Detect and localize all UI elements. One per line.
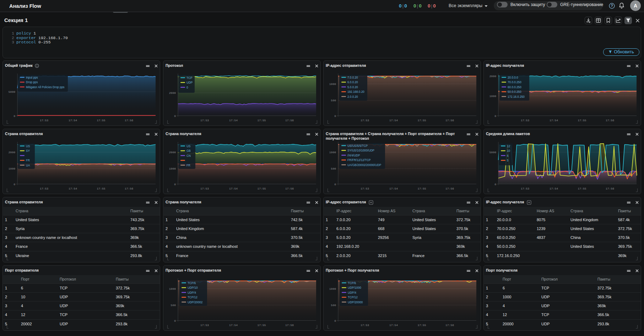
svg-text:50.0.0.250: 50.0.0.250: [508, 90, 521, 94]
svg-text:192.168.0.20: 192.168.0.20: [347, 90, 364, 94]
svg-text:17:53: 17:53: [361, 324, 369, 327]
svg-text:17:55: 17:55: [578, 187, 586, 190]
svg-text:17:53: 17:53: [200, 119, 209, 122]
svg-text:GB: GB: [186, 149, 191, 153]
svg-text:US: US: [26, 145, 30, 148]
svg-text:17:56: 17:56: [445, 324, 454, 327]
svg-text:1000: 1000: [489, 95, 496, 98]
svg-text:5.0.0.20: 5.0.0.20: [347, 86, 358, 89]
svg-text:FR: FR: [186, 164, 190, 167]
svg-text:US: US: [186, 145, 191, 148]
svg-text://4/4/UDP: //4/4/UDP: [347, 154, 360, 157]
svg-text:0: 0: [174, 319, 176, 322]
svg-text:17:56: 17:56: [285, 324, 294, 327]
svg-text:17:54: 17:54: [229, 119, 238, 122]
svg-text:17:53: 17:53: [40, 119, 48, 122]
svg-text:SY/US/10/1000/UDP: SY/US/10/1000/UDP: [347, 149, 375, 152]
svg-text:7.0.0.20: 7.0.0.20: [347, 76, 358, 79]
svg-text:0: 0: [174, 183, 176, 186]
svg-text:0: 0: [494, 183, 496, 186]
svg-text:500: 500: [331, 167, 336, 170]
svg-text:6.0.0.20: 6.0.0.20: [347, 81, 358, 84]
svg-text:17:56: 17:56: [285, 119, 294, 122]
svg-text:17:55: 17:55: [578, 119, 586, 122]
svg-text:17:54: 17:54: [229, 187, 238, 190]
svg-text:5000: 5000: [489, 151, 496, 154]
svg-text:17:55: 17:55: [97, 119, 105, 122]
svg-text:17:54: 17:54: [550, 187, 558, 190]
svg-text:0: 0: [13, 114, 15, 118]
svg-text:10: 10: [507, 149, 510, 153]
svg-text:17:54: 17:54: [69, 187, 77, 190]
svg-text:0: 0: [494, 114, 496, 118]
svg-text:17:54: 17:54: [389, 119, 398, 122]
svg-text:17:55: 17:55: [417, 187, 426, 190]
svg-text:17:55: 17:55: [257, 119, 266, 122]
svg-text:20.0.0.0: 20.0.0.0: [508, 76, 518, 79]
svg-text:17:55: 17:55: [257, 187, 266, 190]
svg-text:5000: 5000: [9, 90, 15, 94]
svg-text:17:56: 17:56: [445, 119, 454, 122]
svg-text:UDP/4: UDP/4: [348, 291, 357, 294]
svg-text:17:56: 17:56: [125, 119, 133, 122]
svg-text:17:55: 17:55: [97, 187, 105, 190]
svg-text:172.16.0.250: 172.16.0.250: [508, 95, 525, 98]
svg-text:UDP: UDP: [186, 81, 193, 84]
svg-text:2000: 2000: [9, 151, 15, 154]
svg-text:1000: 1000: [329, 151, 336, 154]
svg-text:UA/GB/20002/20000/UDP: UA/GB/20002/20000/UDP: [347, 164, 381, 167]
svg-text:2000: 2000: [489, 75, 496, 78]
svg-text:SY: SY: [26, 149, 30, 153]
svg-text:UA: UA: [26, 164, 30, 167]
svg-text:17:55: 17:55: [417, 119, 426, 122]
svg-text:TCP/6: TCP/6: [188, 282, 196, 285]
svg-text:0: 0: [186, 86, 188, 89]
svg-text:US/US/6/6/TCP: US/US/6/6/TCP: [347, 144, 368, 148]
svg-text:12: 12: [507, 145, 510, 148]
svg-text:5: 5: [507, 159, 509, 162]
svg-text:FR: FR: [26, 159, 30, 162]
svg-text:17:53: 17:53: [40, 187, 48, 190]
svg-text:17:53: 17:53: [521, 119, 529, 122]
svg-text:Drop pps: Drop pps: [26, 81, 38, 84]
svg-text:2000: 2000: [169, 151, 176, 154]
svg-text:TCP/12: TCP/12: [188, 296, 197, 299]
svg-text:2000: 2000: [169, 91, 176, 95]
svg-text:0: 0: [334, 319, 336, 322]
svg-text:17:56: 17:56: [125, 187, 133, 190]
svg-text:60.0.0.250: 60.0.0.250: [508, 86, 521, 89]
svg-text:1000: 1000: [329, 82, 336, 86]
svg-text:17:53: 17:53: [200, 324, 209, 327]
svg-text:17:55: 17:55: [257, 324, 266, 327]
svg-text:TCP: TCP: [186, 76, 193, 80]
svg-text:UDP/1000: UDP/1000: [348, 286, 361, 289]
svg-text:17:53: 17:53: [521, 187, 529, 190]
svg-text:UDP/10: UDP/10: [188, 286, 198, 289]
svg-text:Mitigator All Policies Drop pp: Mitigator All Policies Drop pps: [26, 86, 64, 89]
svg-text:500: 500: [171, 304, 176, 307]
svg-text:17:54: 17:54: [69, 119, 77, 122]
svg-text:17:56: 17:56: [285, 187, 294, 190]
svg-text:TCP/12: TCP/12: [348, 296, 358, 299]
svg-text:1000: 1000: [169, 287, 176, 290]
svg-text:17:53: 17:53: [361, 119, 369, 122]
svg-text:FR/FR/12/12/TCP: FR/FR/12/12/TCP: [347, 159, 371, 162]
svg-text:70.0.0.250: 70.0.0.250: [508, 81, 521, 84]
svg-text:Input pps: Input pps: [26, 76, 38, 79]
svg-text:0: 0: [334, 114, 336, 118]
svg-text:2.0.0.20: 2.0.0.20: [347, 95, 358, 98]
svg-text:0: 0: [13, 183, 15, 186]
svg-text:500: 500: [331, 99, 336, 102]
svg-text:17:53: 17:53: [200, 187, 209, 190]
svg-text:17:54: 17:54: [229, 324, 238, 327]
svg-text:TCP/6: TCP/6: [348, 282, 356, 285]
svg-text:17:54: 17:54: [389, 187, 398, 190]
svg-text:UDP/20002: UDP/20002: [188, 301, 203, 304]
svg-text:17:56: 17:56: [445, 187, 454, 190]
svg-text:17:54: 17:54: [550, 119, 558, 122]
svg-text:17:54: 17:54: [389, 324, 398, 327]
svg-text:1000: 1000: [9, 167, 15, 170]
svg-text:17:56: 17:56: [606, 187, 614, 190]
svg-text:0: 0: [334, 183, 336, 186]
svg-text:17:56: 17:56: [606, 119, 614, 122]
